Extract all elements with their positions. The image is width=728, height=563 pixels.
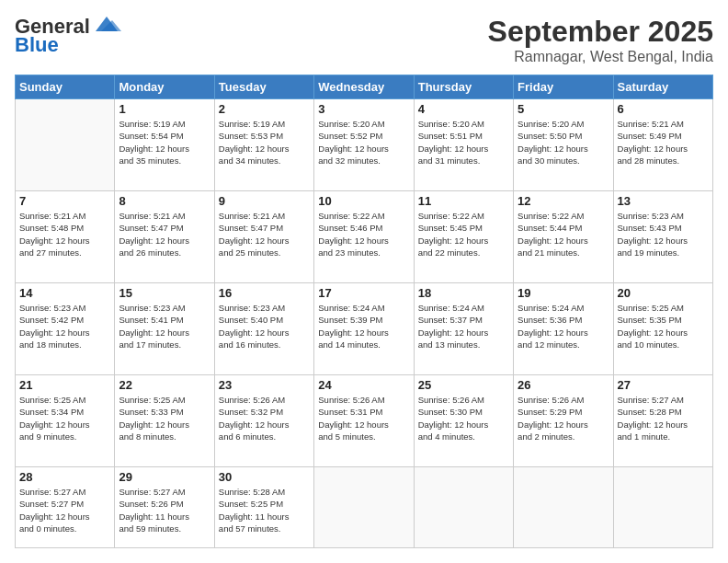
- calendar-cell: 17Sunrise: 5:24 AM Sunset: 5:39 PM Dayli…: [314, 283, 414, 375]
- calendar-cell: 16Sunrise: 5:23 AM Sunset: 5:40 PM Dayli…: [214, 283, 313, 375]
- page: General Blue September 2025 Ramnagar, We…: [0, 0, 728, 563]
- day-number: 7: [19, 194, 110, 208]
- day-number: 24: [318, 378, 409, 392]
- weekday-header-saturday: Saturday: [613, 75, 712, 99]
- day-info: Sunrise: 5:21 AM Sunset: 5:49 PM Dayligh…: [618, 118, 709, 167]
- calendar-cell: 6Sunrise: 5:21 AM Sunset: 5:49 PM Daylig…: [613, 99, 712, 191]
- weekday-header-monday: Monday: [115, 75, 214, 99]
- day-info: Sunrise: 5:23 AM Sunset: 5:43 PM Dayligh…: [618, 210, 709, 259]
- logo-icon: [92, 15, 121, 35]
- day-info: Sunrise: 5:23 AM Sunset: 5:42 PM Dayligh…: [19, 302, 110, 350]
- calendar-cell: 15Sunrise: 5:23 AM Sunset: 5:41 PM Dayli…: [115, 283, 214, 375]
- calendar-cell: 25Sunrise: 5:26 AM Sunset: 5:30 PM Dayli…: [414, 375, 513, 467]
- day-number: 13: [618, 194, 709, 208]
- calendar-cell: [514, 467, 613, 548]
- day-info: Sunrise: 5:22 AM Sunset: 5:44 PM Dayligh…: [518, 210, 609, 259]
- day-info: Sunrise: 5:27 AM Sunset: 5:28 PM Dayligh…: [618, 394, 709, 442]
- day-info: Sunrise: 5:25 AM Sunset: 5:34 PM Dayligh…: [19, 394, 110, 442]
- day-info: Sunrise: 5:20 AM Sunset: 5:51 PM Dayligh…: [418, 118, 509, 167]
- day-info: Sunrise: 5:27 AM Sunset: 5:26 PM Dayligh…: [119, 486, 210, 534]
- calendar-cell: 26Sunrise: 5:26 AM Sunset: 5:29 PM Dayli…: [514, 375, 613, 467]
- day-info: Sunrise: 5:25 AM Sunset: 5:35 PM Dayligh…: [618, 302, 709, 350]
- day-info: Sunrise: 5:23 AM Sunset: 5:41 PM Dayligh…: [119, 302, 210, 350]
- day-number: 26: [518, 378, 609, 392]
- calendar-week-4: 21Sunrise: 5:25 AM Sunset: 5:34 PM Dayli…: [16, 375, 713, 467]
- day-number: 3: [318, 102, 409, 116]
- day-info: Sunrise: 5:20 AM Sunset: 5:50 PM Dayligh…: [518, 118, 609, 167]
- day-number: 28: [19, 470, 110, 484]
- day-info: Sunrise: 5:19 AM Sunset: 5:54 PM Dayligh…: [119, 118, 210, 167]
- day-info: Sunrise: 5:20 AM Sunset: 5:52 PM Dayligh…: [318, 118, 409, 167]
- day-number: 9: [219, 194, 310, 208]
- calendar-cell: 23Sunrise: 5:26 AM Sunset: 5:32 PM Dayli…: [214, 375, 313, 467]
- calendar-cell: 11Sunrise: 5:22 AM Sunset: 5:45 PM Dayli…: [414, 191, 513, 283]
- calendar-cell: 8Sunrise: 5:21 AM Sunset: 5:47 PM Daylig…: [115, 191, 214, 283]
- day-info: Sunrise: 5:26 AM Sunset: 5:30 PM Dayligh…: [418, 394, 509, 442]
- calendar-cell: 21Sunrise: 5:25 AM Sunset: 5:34 PM Dayli…: [16, 375, 115, 467]
- day-info: Sunrise: 5:21 AM Sunset: 5:48 PM Dayligh…: [19, 210, 110, 259]
- month-title: September 2025: [488, 15, 713, 49]
- day-info: Sunrise: 5:24 AM Sunset: 5:36 PM Dayligh…: [518, 302, 609, 350]
- calendar-cell: 28Sunrise: 5:27 AM Sunset: 5:27 PM Dayli…: [16, 467, 115, 548]
- day-number: 4: [418, 102, 509, 116]
- day-number: 23: [219, 378, 310, 392]
- calendar-cell: 3Sunrise: 5:20 AM Sunset: 5:52 PM Daylig…: [314, 99, 414, 191]
- day-number: 6: [618, 102, 709, 116]
- day-number: 5: [518, 102, 609, 116]
- day-number: 29: [119, 470, 210, 484]
- header: General Blue September 2025 Ramnagar, We…: [15, 15, 713, 65]
- day-number: 14: [19, 286, 110, 300]
- day-info: Sunrise: 5:26 AM Sunset: 5:29 PM Dayligh…: [518, 394, 609, 442]
- day-number: 10: [318, 194, 409, 208]
- logo: General Blue: [15, 15, 121, 57]
- day-info: Sunrise: 5:26 AM Sunset: 5:32 PM Dayligh…: [219, 394, 310, 442]
- calendar-cell: 29Sunrise: 5:27 AM Sunset: 5:26 PM Dayli…: [115, 467, 214, 548]
- calendar-cell: 2Sunrise: 5:19 AM Sunset: 5:53 PM Daylig…: [214, 99, 313, 191]
- day-number: 8: [119, 194, 210, 208]
- day-info: Sunrise: 5:21 AM Sunset: 5:47 PM Dayligh…: [219, 210, 310, 259]
- day-info: Sunrise: 5:24 AM Sunset: 5:39 PM Dayligh…: [318, 302, 409, 350]
- calendar-cell: 20Sunrise: 5:25 AM Sunset: 5:35 PM Dayli…: [613, 283, 712, 375]
- calendar-week-5: 28Sunrise: 5:27 AM Sunset: 5:27 PM Dayli…: [16, 467, 713, 548]
- weekday-header-row: SundayMondayTuesdayWednesdayThursdayFrid…: [16, 75, 713, 99]
- day-number: 20: [618, 286, 709, 300]
- day-number: 12: [518, 194, 609, 208]
- day-number: 17: [318, 286, 409, 300]
- day-number: 27: [618, 378, 709, 392]
- calendar-cell: 9Sunrise: 5:21 AM Sunset: 5:47 PM Daylig…: [214, 191, 313, 283]
- title-block: September 2025 Ramnagar, West Bengal, In…: [488, 15, 713, 65]
- calendar-cell: 12Sunrise: 5:22 AM Sunset: 5:44 PM Dayli…: [514, 191, 613, 283]
- day-number: 18: [418, 286, 509, 300]
- day-number: 1: [119, 102, 210, 116]
- day-info: Sunrise: 5:24 AM Sunset: 5:37 PM Dayligh…: [418, 302, 509, 350]
- day-info: Sunrise: 5:28 AM Sunset: 5:25 PM Dayligh…: [219, 486, 310, 534]
- day-number: 30: [219, 470, 310, 484]
- calendar-cell: 27Sunrise: 5:27 AM Sunset: 5:28 PM Dayli…: [613, 375, 712, 467]
- calendar: SundayMondayTuesdayWednesdayThursdayFrid…: [15, 75, 713, 548]
- day-number: 15: [119, 286, 210, 300]
- calendar-cell: 13Sunrise: 5:23 AM Sunset: 5:43 PM Dayli…: [613, 191, 712, 283]
- calendar-cell: [314, 467, 414, 548]
- weekday-header-thursday: Thursday: [414, 75, 513, 99]
- day-info: Sunrise: 5:19 AM Sunset: 5:53 PM Dayligh…: [219, 118, 310, 167]
- calendar-cell: 5Sunrise: 5:20 AM Sunset: 5:50 PM Daylig…: [514, 99, 613, 191]
- calendar-cell: 14Sunrise: 5:23 AM Sunset: 5:42 PM Dayli…: [16, 283, 115, 375]
- day-info: Sunrise: 5:27 AM Sunset: 5:27 PM Dayligh…: [19, 486, 110, 534]
- day-number: 21: [19, 378, 110, 392]
- weekday-header-friday: Friday: [514, 75, 613, 99]
- day-number: 2: [219, 102, 310, 116]
- day-info: Sunrise: 5:21 AM Sunset: 5:47 PM Dayligh…: [119, 210, 210, 259]
- weekday-header-tuesday: Tuesday: [214, 75, 313, 99]
- calendar-cell: 30Sunrise: 5:28 AM Sunset: 5:25 PM Dayli…: [214, 467, 313, 548]
- calendar-cell: 4Sunrise: 5:20 AM Sunset: 5:51 PM Daylig…: [414, 99, 513, 191]
- day-info: Sunrise: 5:26 AM Sunset: 5:31 PM Dayligh…: [318, 394, 409, 442]
- weekday-header-wednesday: Wednesday: [314, 75, 414, 99]
- calendar-week-3: 14Sunrise: 5:23 AM Sunset: 5:42 PM Dayli…: [16, 283, 713, 375]
- calendar-cell: 22Sunrise: 5:25 AM Sunset: 5:33 PM Dayli…: [115, 375, 214, 467]
- day-number: 16: [219, 286, 310, 300]
- calendar-cell: [16, 99, 115, 191]
- day-info: Sunrise: 5:23 AM Sunset: 5:40 PM Dayligh…: [219, 302, 310, 350]
- calendar-cell: 18Sunrise: 5:24 AM Sunset: 5:37 PM Dayli…: [414, 283, 513, 375]
- day-info: Sunrise: 5:22 AM Sunset: 5:46 PM Dayligh…: [318, 210, 409, 259]
- calendar-cell: 24Sunrise: 5:26 AM Sunset: 5:31 PM Dayli…: [314, 375, 414, 467]
